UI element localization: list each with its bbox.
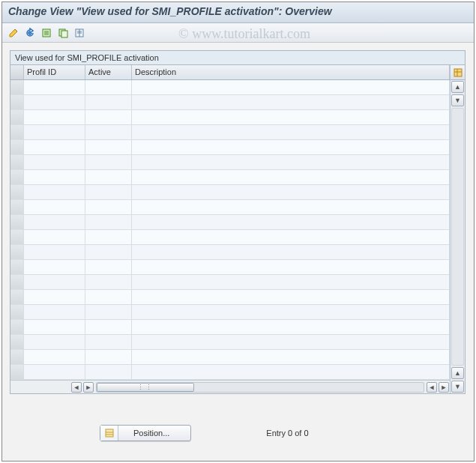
scroll-left-end-icon[interactable]: ◄ <box>427 382 437 393</box>
table-row[interactable] <box>10 290 450 305</box>
hscroll-thumb[interactable]: ⋮⋮ <box>97 383 194 392</box>
sap-window: Change View "View used for SMI_PROFILE a… <box>1 1 475 462</box>
scroll-left-icon[interactable]: ◄ <box>71 382 82 393</box>
table-row[interactable] <box>10 230 450 245</box>
svg-rect-10 <box>454 69 462 76</box>
scroll-down-end-icon[interactable]: ▼ <box>451 381 464 393</box>
table-row[interactable] <box>10 125 450 140</box>
col-header-active[interactable]: Active <box>85 65 132 79</box>
position-button[interactable]: Position... <box>100 425 191 441</box>
scroll-up-end-icon[interactable]: ▲ <box>451 367 464 379</box>
table-row[interactable] <box>10 170 450 185</box>
content-area: View used for SMI_PROFILE activation Pro… <box>2 43 474 400</box>
horizontal-scrollbar[interactable]: ◄ ► ⋮⋮ ◄ ► <box>10 380 450 393</box>
col-header-profil-id[interactable]: Profil ID <box>24 65 85 79</box>
table-row[interactable] <box>10 80 450 95</box>
toggle-edit-icon[interactable] <box>7 26 20 40</box>
col-header-selector[interactable] <box>10 65 24 79</box>
scroll-up-icon[interactable]: ▲ <box>451 81 464 93</box>
col-header-description[interactable]: Description <box>132 65 450 79</box>
title-text: Change View "View used for SMI_PROFILE a… <box>8 5 332 17</box>
new-entries-icon[interactable] <box>40 26 53 40</box>
hscroll-track[interactable]: ⋮⋮ <box>96 382 424 393</box>
vscroll-track[interactable] <box>451 108 464 366</box>
grid-main: Profil ID Active Description <box>10 65 450 393</box>
table-row[interactable] <box>10 260 450 275</box>
grid-header-row: Profil ID Active Description <box>10 65 450 80</box>
app-toolbar <box>2 23 474 43</box>
table-row[interactable] <box>10 140 450 155</box>
table-row[interactable] <box>10 185 450 200</box>
table-row[interactable] <box>10 350 450 365</box>
entry-counter: Entry 0 of 0 <box>266 429 308 438</box>
table-row[interactable] <box>10 275 450 290</box>
svg-rect-13 <box>106 429 113 437</box>
table-row[interactable] <box>10 215 450 230</box>
delete-entry-icon[interactable] <box>73 26 86 40</box>
table-row[interactable] <box>10 110 450 125</box>
table-row[interactable] <box>10 155 450 170</box>
footer-bar: Position... Entry 0 of 0 <box>2 419 474 447</box>
table-row[interactable] <box>10 305 450 320</box>
table-row[interactable] <box>10 320 450 335</box>
position-label: Position... <box>118 429 190 438</box>
svg-rect-5 <box>61 31 67 37</box>
copy-entry-icon[interactable] <box>56 26 70 40</box>
table-row[interactable] <box>10 245 450 260</box>
table-row[interactable] <box>10 95 450 110</box>
scroll-right-icon[interactable]: ► <box>83 382 94 393</box>
grid-body <box>10 80 450 380</box>
table-caption: View used for SMI_PROFILE activation <box>10 50 466 64</box>
configure-columns-icon[interactable] <box>451 65 465 80</box>
undo-icon[interactable] <box>23 26 37 40</box>
table-row[interactable] <box>10 365 450 380</box>
window-title: Change View "View used for SMI_PROFILE a… <box>2 2 474 23</box>
scroll-down-icon[interactable]: ▼ <box>451 94 464 106</box>
position-icon <box>100 426 118 441</box>
table-row[interactable] <box>10 335 450 350</box>
scroll-right-end-icon[interactable]: ► <box>439 382 449 393</box>
data-grid: Profil ID Active Description <box>10 64 466 394</box>
vertical-scrollbar[interactable]: ▲ ▼ ▲ ▼ <box>450 65 465 393</box>
table-row[interactable] <box>10 200 450 215</box>
